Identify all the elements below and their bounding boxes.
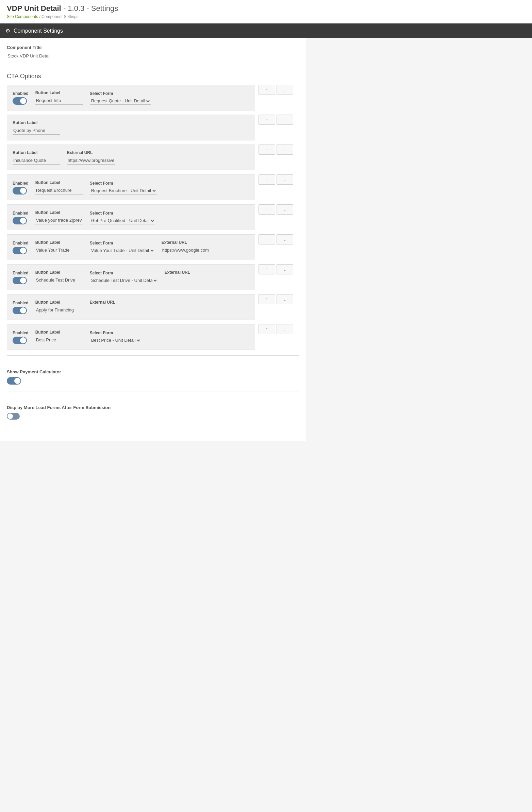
lead-forms-toggle[interactable] [7, 413, 20, 420]
up-button-5[interactable]: ↑ [259, 204, 275, 215]
down-button-7[interactable]: ↓ [276, 264, 293, 274]
toggle-wrapper-4: Enabled [13, 181, 29, 194]
cta-field-form-9: Select Form Best Price - Unit Detail [90, 331, 141, 344]
cta-field-label-7: Button Label [35, 270, 83, 284]
arrow-buttons-9: ↑ ↓ [259, 324, 299, 334]
up-button-1[interactable]: ↑ [259, 85, 275, 95]
toggle-wrapper-1: Enabled [13, 91, 29, 105]
down-button-5[interactable]: ↓ [276, 204, 293, 215]
toggle-9[interactable] [13, 337, 27, 344]
down-button-2[interactable]: ↓ [276, 115, 293, 125]
down-button-8[interactable]: ↓ [276, 294, 293, 304]
arrow-buttons-8: ↑ ↓ [259, 294, 299, 304]
toggle-7[interactable] [13, 277, 27, 284]
section-header: ⚙ Component Settings [0, 24, 532, 38]
button-label-input-3[interactable] [13, 156, 60, 164]
toggle-6[interactable] [13, 247, 27, 254]
toggle-wrapper-7: Enabled [13, 271, 29, 284]
cta-field-label-9: Button Label [35, 330, 83, 344]
cta-card-1: Enabled Button Label Select Form Request… [7, 85, 255, 111]
external-url-input-8[interactable] [90, 306, 138, 314]
select-form-4[interactable]: Request Brochure - Unit Detail [90, 187, 157, 194]
down-button-6[interactable]: ↓ [276, 234, 293, 245]
cta-row-9: Enabled Button Label Select Form Best Pr… [7, 324, 299, 350]
up-button-3[interactable]: ↑ [259, 145, 275, 155]
cta-field-url-7: External URL [164, 270, 212, 284]
arrow-buttons-3: ↑ ↓ [259, 145, 299, 155]
breadcrumb-link[interactable]: Site Components [7, 14, 38, 19]
button-label-input-4[interactable] [35, 186, 83, 194]
toggle-wrapper-6: Enabled [13, 241, 29, 254]
breadcrumb: Site Components / Component Settings [7, 14, 525, 19]
section-title: Component Settings [14, 28, 63, 34]
select-form-6[interactable]: Value Your Trade - Unit Detail [90, 247, 155, 254]
cta-field-label-1: Button Label [35, 90, 83, 105]
up-button-7[interactable]: ↑ [259, 264, 275, 274]
down-button-1[interactable]: ↓ [276, 85, 293, 95]
cta-card-6: Enabled Button Label Select Form Value Y… [7, 234, 255, 260]
payment-calculator-section: Show Payment Calculator [7, 364, 299, 386]
cta-row-8: Enabled Button Label External URL ↑ ↓ [7, 294, 299, 320]
external-url-input-3[interactable] [67, 156, 115, 164]
toggle-wrapper-9: Enabled [13, 331, 29, 344]
lead-forms-section: Display More Lead Forms After Form Submi… [7, 400, 299, 421]
arrow-buttons-1: ↑ ↓ [259, 85, 299, 95]
up-button-2[interactable]: ↑ [259, 115, 275, 125]
cta-field-form-5: Select Form Get Pre-Qualified - Unit Det… [90, 211, 155, 224]
up-button-4[interactable]: ↑ [259, 174, 275, 185]
external-url-input-7[interactable] [164, 276, 212, 284]
button-label-input-6[interactable] [35, 246, 83, 254]
select-form-5[interactable]: Get Pre-Qualified - Unit Detail [90, 217, 155, 224]
up-button-8[interactable]: ↑ [259, 294, 275, 304]
cta-field-url-8: External URL [90, 300, 138, 314]
cta-row-2: Button Label ↑ ↓ [7, 115, 299, 141]
component-title-label: Component Title [7, 45, 299, 50]
payment-calculator-toggle[interactable] [7, 377, 21, 385]
button-label-input-2[interactable] [13, 127, 60, 135]
cta-field-form-1: Select Form Request Quote - Unit Detail [90, 91, 151, 105]
cta-field-label-3: Button Label [13, 150, 60, 164]
cta-field-url-6: External URL [161, 240, 209, 254]
select-form-1[interactable]: Request Quote - Unit Detail [90, 97, 151, 105]
toggle-5[interactable] [13, 217, 27, 224]
cta-field-label-2: Button Label [13, 120, 60, 135]
button-label-input-9[interactable] [35, 336, 83, 344]
cta-row-6: Enabled Button Label Select Form Value Y… [7, 234, 299, 260]
select-form-7[interactable]: Schedule Test Drive - Unit Detail [90, 277, 158, 284]
toggle-8[interactable] [13, 307, 27, 314]
button-label-input-1[interactable] [35, 97, 83, 105]
breadcrumb-current: Component Settings [42, 14, 78, 19]
up-button-6[interactable]: ↑ [259, 234, 275, 245]
button-label-input-7[interactable] [35, 276, 83, 284]
page-title: VDP Unit Detail - 1.0.3 - Settings [7, 4, 525, 13]
arrow-buttons-6: ↑ ↓ [259, 234, 299, 245]
toggle-wrapper-5: Enabled [13, 211, 29, 224]
page-header: VDP Unit Detail - 1.0.3 - Settings Site … [0, 0, 532, 24]
toggle-4[interactable] [13, 187, 27, 194]
cta-card-3: Button Label External URL [7, 145, 255, 170]
button-label-input-8[interactable] [35, 306, 83, 314]
select-form-9[interactable]: Best Price - Unit Detail [90, 337, 141, 344]
arrow-buttons-2: ↑ ↓ [259, 115, 299, 125]
cta-field-form-4: Select Form Request Brochure - Unit Deta… [90, 181, 157, 194]
cta-field-label-8: Button Label [35, 300, 83, 314]
down-button-4[interactable]: ↓ [276, 174, 293, 185]
cta-card-4: Enabled Button Label Select Form Request… [7, 174, 255, 200]
component-title-input[interactable] [7, 52, 299, 60]
lead-forms-label: Display More Lead Forms After Form Submi… [7, 405, 299, 410]
external-url-input-6[interactable] [161, 246, 209, 254]
cta-card-5: Enabled Button Label Select Form Get Pre… [7, 204, 255, 230]
toggle-1[interactable] [13, 97, 27, 105]
cta-row-4: Enabled Button Label Select Form Request… [7, 174, 299, 200]
down-button-3[interactable]: ↓ [276, 145, 293, 155]
cta-row-3: Button Label External URL ↑ ↓ [7, 145, 299, 170]
main-content: Component Title CTA Options Enabled Butt… [0, 38, 306, 441]
toggle-wrapper-8: Enabled [13, 301, 29, 314]
cta-field-form-6: Select Form Value Your Trade - Unit Deta… [90, 241, 155, 254]
cta-field-label-5: Button Label [35, 210, 83, 224]
cta-row-1: Enabled Button Label Select Form Request… [7, 85, 299, 111]
down-button-9: ↓ [276, 324, 293, 334]
arrow-buttons-5: ↑ ↓ [259, 204, 299, 215]
up-button-9[interactable]: ↑ [259, 324, 275, 334]
button-label-input-5[interactable] [35, 216, 83, 224]
